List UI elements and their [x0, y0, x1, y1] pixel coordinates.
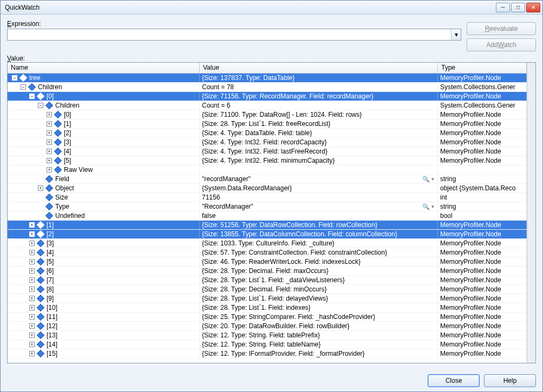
expand-icon[interactable]: + — [29, 241, 35, 246]
name-cell: −Children — [8, 83, 200, 91]
table-row[interactable]: +[12]{Size: 20. Type: DataRowBuilder. Fi… — [8, 322, 527, 331]
table-row[interactable]: +[15]{Size: 12. Type: IFormatProvider. F… — [8, 349, 527, 358]
row-value: {Size: 46. Type: ReaderWriterLock. Field… — [202, 257, 361, 266]
expression-dropdown-button[interactable]: ▾ — [451, 29, 461, 40]
expand-icon[interactable]: + — [29, 268, 35, 274]
value-block: Value: Name Value Type −tree{Size: 13783… — [7, 55, 536, 363]
row-type: MemoryProfiler.Node — [438, 267, 527, 275]
close-button[interactable]: Close — [428, 374, 480, 387]
col-header-type[interactable]: Type — [438, 63, 527, 73]
name-cell: +[5] — [8, 257, 200, 266]
expand-icon[interactable]: + — [29, 296, 35, 301]
visualizer-dropdown-icon[interactable]: ▾ — [430, 175, 435, 183]
table-row[interactable]: +[4]{Size: 4. Type: Int32. Field: lastFr… — [8, 147, 527, 156]
visualizer-dropdown-icon[interactable]: ▾ — [430, 202, 435, 211]
table-row[interactable]: +[1]{Size: 51256. Type: DataRowCollectio… — [8, 221, 527, 230]
col-header-value[interactable]: Value — [200, 63, 438, 73]
collapse-icon[interactable]: − — [21, 84, 26, 90]
expand-icon[interactable]: + — [47, 139, 52, 145]
expand-icon[interactable]: + — [29, 323, 35, 329]
row-type: MemoryProfiler.Node — [438, 349, 527, 358]
col-header-name[interactable]: Name — [8, 63, 200, 73]
expand-icon[interactable]: + — [47, 121, 52, 127]
value-cell: {Size: 25. Type: StringComparer. Field: … — [200, 313, 438, 321]
table-row[interactable]: +[7]{Size: 28. Type: List`1. Field: _dat… — [8, 276, 527, 285]
table-row[interactable]: −ChildrenCount = 6System.Collections.Gen… — [8, 101, 527, 110]
expand-icon[interactable]: + — [29, 277, 35, 283]
row-type: System.Collections.Gener — [438, 101, 527, 110]
table-row[interactable]: +[5]{Size: 46. Type: ReaderWriterLock. F… — [8, 257, 527, 267]
expand-icon[interactable]: + — [47, 167, 52, 172]
table-row[interactable]: Field"recordManager"🔍▾string — [8, 175, 527, 184]
expand-icon[interactable]: + — [29, 305, 35, 310]
row-name: Children — [38, 83, 62, 91]
expand-icon[interactable]: + — [29, 351, 35, 356]
property-icon — [37, 230, 44, 238]
table-row[interactable]: +[2]{Size: 4. Type: DataTable. Field: ta… — [8, 129, 527, 138]
minimize-button[interactable]: ─ — [496, 3, 510, 12]
table-row[interactable]: +[3]{Size: 4. Type: Int32. Field: record… — [8, 138, 527, 147]
expand-icon[interactable]: + — [47, 158, 52, 163]
expand-icon[interactable]: + — [29, 287, 35, 292]
table-row[interactable]: −ChildrenCount = 78System.Collections.Ge… — [8, 83, 527, 92]
row-value: {Size: 12. Type: IFormatProvider. Field:… — [202, 349, 365, 358]
property-icon — [37, 331, 44, 339]
expand-icon[interactable]: + — [47, 112, 52, 117]
table-row[interactable]: Size71156int — [8, 193, 527, 202]
row-type: MemoryProfiler.Node — [438, 276, 527, 284]
expand-icon[interactable]: + — [29, 314, 35, 320]
expand-icon[interactable]: + — [29, 231, 35, 237]
table-row[interactable]: +[9]{Size: 28. Type: List`1. Field: dela… — [8, 294, 527, 303]
table-row[interactable]: −tree{Size: 137837. Type: DataTable}Memo… — [8, 74, 527, 83]
table-row[interactable]: +[11]{Size: 25. Type: StringComparer. Fi… — [8, 313, 527, 322]
collapse-icon[interactable]: − — [38, 103, 43, 108]
row-type: MemoryProfiler.Node — [438, 92, 527, 101]
help-button[interactable]: Help — [484, 374, 536, 387]
expand-icon[interactable]: + — [47, 149, 52, 154]
expand-icon[interactable]: + — [29, 333, 35, 338]
expand-icon[interactable]: + — [38, 185, 43, 191]
magnifier-icon[interactable]: 🔍 — [422, 175, 430, 183]
collapse-icon[interactable]: − — [12, 75, 17, 81]
table-row[interactable]: +Object{System.Data.RecordManager}object… — [8, 184, 527, 193]
expression-row: Expression: ▾ Reevaluate Add Watch — [7, 20, 536, 51]
table-row[interactable]: +[13]{Size: 12. Type: String. Field: tab… — [8, 331, 527, 340]
table-row[interactable]: +Raw View — [8, 165, 527, 175]
property-icon — [37, 313, 44, 321]
value-cell: {Size: 12. Type: IFormatProvider. Field:… — [200, 349, 438, 358]
expand-icon[interactable]: + — [29, 259, 35, 264]
row-type: string — [438, 202, 527, 211]
expand-icon[interactable]: + — [29, 222, 35, 228]
table-row[interactable]: +[8]{Size: 28. Type: Decimal. Field: min… — [8, 285, 527, 294]
maximize-button[interactable]: □ — [511, 3, 525, 12]
table-row[interactable]: +[10]{Size: 28. Type: List`1. Field: ind… — [8, 303, 527, 313]
table-row[interactable]: −[0]{Size: 71156. Type: RecordManager. F… — [8, 92, 527, 101]
expand-icon[interactable]: + — [47, 130, 52, 136]
table-row[interactable]: +[2]{Size: 13855. Type: DataColumnCollec… — [8, 230, 527, 239]
table-row[interactable]: +[14]{Size: 12. Type: String. Field: tab… — [8, 340, 527, 349]
value-cell: {Size: 12. Type: String. Field: tablePre… — [200, 331, 438, 340]
expand-icon[interactable]: + — [29, 342, 35, 347]
add-watch-button[interactable]: Add Watch — [467, 38, 536, 51]
reevaluate-button[interactable]: Reevaluate — [467, 22, 536, 35]
row-name: [8] — [47, 285, 54, 294]
table-row[interactable]: Undefinedfalsebool — [8, 211, 527, 221]
table-row[interactable]: Type"RecordManager"🔍▾string — [8, 202, 527, 211]
table-row[interactable]: +[1]{Size: 28. Type: List`1. Field: free… — [8, 119, 527, 129]
row-value: Count = 6 — [202, 101, 230, 110]
magnifier-icon[interactable]: 🔍 — [422, 203, 430, 210]
vertical-scrollbar[interactable] — [527, 63, 535, 363]
expand-icon[interactable]: + — [29, 250, 35, 255]
expression-input[interactable] — [8, 29, 451, 40]
table-row[interactable]: +[5]{Size: 4. Type: Int32. Field: minimu… — [8, 156, 527, 165]
row-type: System.Collections.Gener — [438, 83, 527, 91]
titlebar: QuickWatch ─ □ ✕ — [1, 1, 542, 15]
table-row[interactable]: +[0]{Size: 71100. Type: DataRow[] - Len:… — [8, 110, 527, 119]
property-icon — [37, 304, 44, 311]
table-row[interactable]: +[3]{Size: 1033. Type: CultureInfo. Fiel… — [8, 239, 527, 248]
grid-rows[interactable]: −tree{Size: 137837. Type: DataTable}Memo… — [8, 74, 527, 363]
collapse-icon[interactable]: − — [29, 94, 35, 99]
table-row[interactable]: +[6]{Size: 28. Type: Decimal. Field: max… — [8, 267, 527, 276]
table-row[interactable]: +[4]{Size: 57. Type: ConstraintCollectio… — [8, 248, 527, 257]
close-window-button[interactable]: ✕ — [526, 3, 540, 12]
